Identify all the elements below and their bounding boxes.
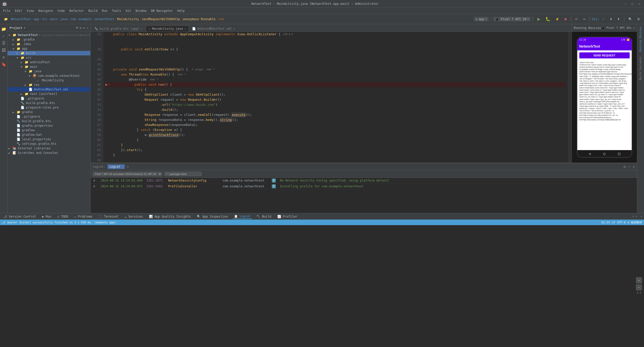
breadcrumb-example[interactable]: example — [79, 17, 92, 21]
tab-close-icon[interactable]: ✕ — [141, 27, 143, 30]
tree-build-folder[interactable]: ▶ 📁 build — [8, 51, 90, 55]
bottom-tab-version-control[interactable]: ⎇ Version Control — [2, 214, 38, 219]
device-filter-dropdown[interactable]: Pixel 7 API 29 (emulator-5554) Android 1… — [93, 172, 162, 176]
tree-package[interactable]: ▼ 📦 com.example.networktest — [8, 74, 90, 78]
menu-help[interactable]: Help — [175, 9, 187, 13]
db-icon[interactable]: 🗄 — [1, 40, 7, 46]
tree-androidmanifest[interactable]: ▶ 📄 AndroidManifest.xml — [8, 87, 90, 92]
run-config-selector[interactable]: ▶ app ▼ — [474, 17, 489, 21]
tree-mainactivity[interactable]: ▶ ☕ MainActivity — [8, 78, 90, 83]
code-editor[interactable]: 25 39 44 45 46 47 48 49 50 51 52 53 — [91, 32, 572, 163]
tree-root[interactable]: ▼ 📁 NetworkTest D:\project\android-proje… — [8, 33, 90, 37]
running-devices-close-btn[interactable]: ✕ — [633, 26, 635, 30]
menu-code[interactable]: Code — [56, 9, 67, 13]
log-add-btn[interactable]: + — [126, 164, 130, 169]
tree-gradle-properties[interactable]: ▶ 📄 gradle.properties — [8, 123, 90, 128]
bottom-tab-profiler[interactable]: 📈 Profiler — [276, 214, 299, 219]
bottom-tab-logcat[interactable]: 📋 Logcat — [233, 214, 252, 219]
editor-scrollbar[interactable] — [568, 32, 572, 163]
running-devices-tab[interactable]: Running Devices — [637, 24, 644, 54]
close-btn[interactable]: ✕ — [637, 2, 642, 6]
project-close-btn[interactable]: ✕ — [87, 26, 88, 30]
bottom-tab-terminal[interactable]: ⬛ Terminal — [97, 214, 120, 219]
menu-edit[interactable]: Edit — [13, 9, 24, 13]
tree-res-folder[interactable]: ▶ 📁 res — [8, 83, 90, 87]
menu-run[interactable]: Run — [100, 9, 109, 13]
tree-gradlew[interactable]: ▶ 📄 gradlew — [8, 128, 90, 132]
attach-btn[interactable]: ⚡ — [553, 17, 561, 22]
device-selector[interactable]: 📱 Pixel 7 API 29 ▼ — [493, 17, 531, 21]
git-push-btn[interactable]: ⬆ — [615, 17, 622, 22]
structure-icon[interactable]: ≡ — [1, 54, 7, 60]
breadcrumb-networktest[interactable]: networktest — [94, 17, 114, 21]
phone-send-button[interactable]: SEND REQUEST — [579, 52, 630, 58]
undo-btn[interactable]: ↩ — [573, 17, 580, 22]
breadcrumb-anon[interactable]: anonymous Runnable — [183, 17, 215, 21]
menu-view[interactable]: View — [25, 9, 36, 13]
tree-buildgradle-root[interactable]: ▶ 🔧 build.gradle.kts — [8, 119, 90, 123]
tree-external-libraries[interactable]: ▶ 📚 External Libraries — [8, 146, 90, 151]
breadcrumb-app[interactable]: app — [34, 17, 39, 21]
breadcrumb-com[interactable]: com — [70, 17, 76, 21]
running-devices-settings-btn[interactable]: ⚙ — [630, 26, 632, 30]
breadcrumb-main[interactable]: main — [50, 17, 58, 21]
tab-mainactivity[interactable]: ☕ MainActivity.java ✕ — [146, 26, 189, 31]
tree-main-folder[interactable]: ▼ 📁 main — [8, 64, 90, 69]
code-content[interactable]: public class MainActivity extends AppCom… — [103, 32, 568, 163]
tree-buildgradle-app[interactable]: ▶ 🔧 build.gradle.kts — [8, 101, 90, 105]
logcat-tab-close[interactable]: ✕ — [121, 165, 123, 168]
tree-androidtest-folder[interactable]: ▶ 📁 androidTest — [8, 60, 90, 64]
menu-window[interactable]: Window — [134, 9, 148, 13]
tree-idea-folder[interactable]: ▶ 📁 .idea — [8, 42, 90, 46]
tab-close-icon[interactable]: ✕ — [233, 27, 235, 30]
logcat-close-btn[interactable]: ✕ — [633, 165, 635, 169]
menu-refactor[interactable]: Refactor — [67, 9, 86, 13]
log-scroll-btn[interactable]: ⬇ — [640, 215, 642, 218]
project-settings-btn[interactable]: ⚙ — [83, 26, 85, 30]
settings-btn[interactable]: ⚙ — [635, 17, 642, 22]
project-dropdown[interactable]: ▼ — [24, 26, 25, 29]
tree-src-folder[interactable]: ▼ 📁 src — [8, 55, 90, 60]
bottom-tab-problems[interactable]: ⚠ Problems — [73, 214, 94, 219]
breadcrumb-run[interactable]: run — [218, 17, 224, 21]
menu-tools[interactable]: Tools — [110, 9, 123, 13]
tree-gitignore-root[interactable]: ▶ 📄 .gitignore — [8, 114, 90, 119]
minimize-btn[interactable]: – — [623, 2, 628, 6]
project-sync-btn[interactable]: ⟳ — [76, 26, 78, 30]
nav-home-btn[interactable]: ○ — [603, 152, 605, 156]
tab-build-gradle[interactable]: 🔧 build.gradle.kts (app) ✕ — [92, 26, 145, 31]
tab-close-icon[interactable]: ✕ — [184, 27, 186, 30]
tree-gradle-folder[interactable]: ▶ 📁 .gradle — [8, 37, 90, 42]
logcat-tab[interactable]: Logcat ✕ — [107, 164, 125, 169]
menu-file[interactable]: File — [1, 9, 12, 13]
tree-proguard[interactable]: ▶ 📄 proguard-rules.pro — [8, 105, 90, 110]
breadcrumb-root[interactable]: NetworkTest — [11, 17, 31, 21]
tree-scratches-consoles[interactable]: ▶ 📝 Scratches and Consoles — [8, 151, 90, 155]
run-btn[interactable]: ▶ — [535, 16, 542, 22]
tree-test-folder[interactable]: ▶ 📁 test [unitTest] — [8, 92, 90, 96]
bottom-tab-app-inspection[interactable]: 🔍 App Inspection — [195, 214, 229, 219]
stop-btn[interactable]: ■ — [562, 16, 569, 22]
logcat-settings-btn[interactable]: ⚙ — [624, 165, 626, 169]
project-icon[interactable]: 📁 — [1, 26, 7, 32]
bottom-tab-todo[interactable]: ☑ TODO — [56, 214, 70, 219]
menu-navigate[interactable]: Navigate — [36, 9, 55, 13]
build-variants-tab[interactable]: Build Variants — [637, 54, 644, 83]
git-check-btn[interactable]: ✓ — [600, 17, 607, 22]
log-clear-btn[interactable]: ✕ ✕ — [632, 215, 637, 218]
bottom-tab-run[interactable]: ▶ Run — [41, 214, 53, 219]
resource-icon[interactable]: 🖼 — [1, 47, 7, 53]
debug-btn[interactable]: 🐛 — [543, 16, 552, 22]
maximize-btn[interactable]: □ — [630, 2, 635, 6]
project-collapse-btn[interactable]: ⊟ — [80, 26, 82, 30]
breadcrumb-method[interactable]: sendRequestWithOkHttp — [142, 17, 180, 21]
redo-btn[interactable]: ↪ — [581, 17, 587, 22]
tab-androidmanifest[interactable]: 📄 AndroidManifest.xml ✕ — [189, 26, 238, 31]
nav-back-btn[interactable]: ◁ — [589, 152, 591, 156]
bottom-tab-build[interactable]: 🔨 Build — [255, 214, 273, 219]
tree-gradle-folder2[interactable]: ▶ 📁 gradle — [8, 110, 90, 114]
logcat-minimize-btn[interactable]: − — [628, 165, 630, 169]
commit-icon[interactable]: ✓ — [1, 33, 7, 39]
bottom-tab-services[interactable]: ☁ Services — [123, 214, 144, 219]
menu-build[interactable]: Build — [86, 9, 99, 13]
